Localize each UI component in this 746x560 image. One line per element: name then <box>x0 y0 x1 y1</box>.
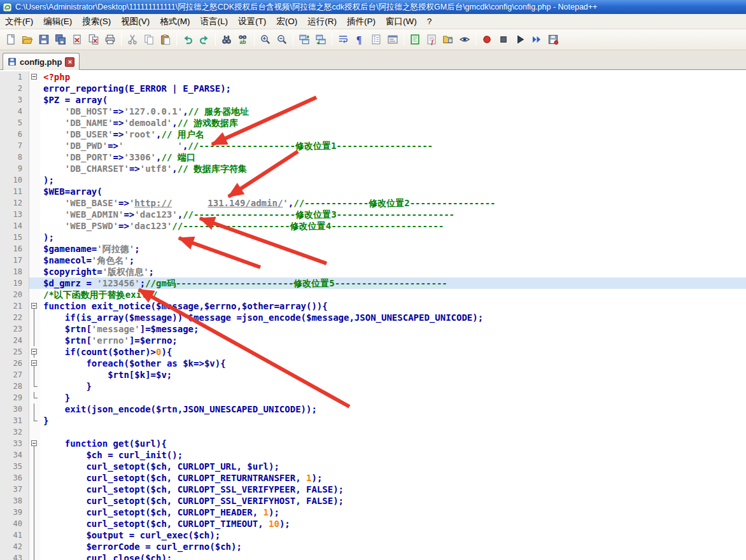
zoom-in-button[interactable] <box>258 32 273 47</box>
cut-button[interactable] <box>125 32 140 47</box>
menu-item-file[interactable]: 文件(F) <box>0 14 38 29</box>
menu-item-settings[interactable]: 设置(T) <box>233 14 271 29</box>
close-all-button[interactable] <box>86 32 101 47</box>
document-monitor-icon <box>459 34 470 45</box>
line-number: 43 <box>0 552 29 560</box>
folder-as-workspace-button[interactable] <box>440 32 456 47</box>
zoom-in-icon <box>260 34 271 45</box>
copy-button[interactable] <box>141 32 157 47</box>
code-line-41: 41 $output = curl_exec($ch); <box>0 529 746 541</box>
code-line-30: 30 exit(json_encode($rtn,JSON_UNESCAPED_… <box>0 403 746 415</box>
sync-vertical-scroll-button[interactable] <box>297 32 312 47</box>
show-all-characters-button[interactable]: ¶ <box>352 32 367 47</box>
function-list-button[interactable]: f <box>424 32 439 47</box>
word-wrap-button[interactable] <box>335 32 351 47</box>
show-indent-guide-button[interactable] <box>369 32 384 47</box>
line-number: 16 <box>0 243 29 255</box>
editor[interactable]: 1<?php2error_reporting(E_ERROR | E_PARSE… <box>0 70 746 560</box>
toolbar-separator <box>176 33 177 46</box>
code-text: error_reporting(E_ERROR | E_PARSE); <box>40 83 746 94</box>
macro-save-button[interactable] <box>545 32 561 47</box>
new-file-icon <box>5 34 17 45</box>
macro-stop-button[interactable] <box>496 32 511 47</box>
code-line-2: 2error_reporting(E_ERROR | E_PARSE); <box>0 83 746 94</box>
code-line-7: 7 'DB_PWD'=>'',//------------------修改位置1… <box>0 140 746 151</box>
code-text: $rtn[$k]=$v; <box>40 369 746 381</box>
code-text: curl_setopt($ch, CURLOPT_TIMEOUT, 10); <box>40 518 746 529</box>
open-file-button[interactable] <box>20 32 35 47</box>
menu-item-run[interactable]: 运行(R) <box>302 14 342 29</box>
menu-item-plugins[interactable]: 插件(P) <box>342 14 381 29</box>
fold-margin <box>29 552 40 560</box>
undo-button[interactable] <box>180 32 195 47</box>
line-number: 2 <box>0 83 29 94</box>
line-number: 10 <box>0 174 29 186</box>
code-text: $ch = curl_init(); <box>40 449 746 461</box>
document-map-button[interactable] <box>407 32 423 47</box>
line-number: 28 <box>0 381 29 392</box>
code-line-5: 5 'DB_NAME'=>'demoald',// 游戏数据库 <box>0 117 746 129</box>
fold-margin[interactable] <box>29 71 40 83</box>
line-number: 41 <box>0 529 29 541</box>
code-line-15: 15); <box>0 232 746 243</box>
macro-run-multiple-button[interactable] <box>529 32 544 47</box>
line-number: 30 <box>0 403 29 415</box>
code-line-40: 40 curl_setopt($ch, CURLOPT_TIMEOUT, 10)… <box>0 518 746 529</box>
user-defined-dialog-button[interactable] <box>385 32 400 47</box>
line-number: 4 <box>0 106 29 117</box>
replace-button[interactable]: ab <box>236 32 251 47</box>
fold-margin <box>29 140 40 151</box>
menu-item-macro[interactable]: 宏(O) <box>271 14 302 29</box>
macro-play-button[interactable] <box>512 32 528 47</box>
close-button[interactable] <box>69 32 85 47</box>
line-number: 23 <box>0 323 29 335</box>
find-icon <box>221 34 232 45</box>
line-number: 29 <box>0 392 29 403</box>
zoom-out-button[interactable] <box>274 32 290 47</box>
find-button[interactable] <box>219 32 234 47</box>
menu-item-window[interactable]: 窗口(W) <box>381 14 422 29</box>
sync-horizontal-scroll-button[interactable] <box>313 32 328 47</box>
fold-margin <box>29 518 40 529</box>
fold-margin[interactable] <box>29 346 40 358</box>
new-file-button[interactable] <box>3 32 18 47</box>
menu-item-search[interactable]: 搜索(S) <box>77 14 116 29</box>
redo-icon <box>199 34 210 45</box>
svg-text:¶: ¶ <box>356 34 362 45</box>
fold-margin[interactable] <box>29 358 40 369</box>
code-text: 'DB_CHARSET'=>'utf8',// 数据库字符集 <box>40 163 746 174</box>
toolbar: ab¶f <box>0 29 746 50</box>
redo-button[interactable] <box>197 32 212 47</box>
menu-item-encoding[interactable]: 格式(M) <box>155 14 195 29</box>
save-button[interactable] <box>36 32 52 47</box>
paste-button[interactable] <box>158 32 173 47</box>
document-monitor-button[interactable] <box>457 32 472 47</box>
menu-item-help[interactable]: ? <box>422 15 437 28</box>
save-all-button[interactable] <box>53 32 68 47</box>
tab-close-button[interactable]: × <box>65 57 74 67</box>
fold-margin <box>29 220 40 232</box>
code-text: $errorCode = curl_errno($ch); <box>40 541 746 552</box>
fold-margin <box>29 255 40 266</box>
code-line-10: 10); <box>0 174 746 186</box>
line-number: 7 <box>0 140 29 151</box>
print-icon <box>104 34 116 45</box>
code-text: } <box>40 392 746 403</box>
print-button[interactable] <box>102 32 118 47</box>
code-line-33: 33 function get($url){ <box>0 438 746 449</box>
code-line-35: 35 curl_setopt($ch, CURLOPT_URL, $url); <box>0 461 746 472</box>
tab-config-php[interactable]: config.php × <box>3 53 80 70</box>
menu-item-edit[interactable]: 编辑(E) <box>38 14 77 29</box>
macro-record-button[interactable] <box>479 32 495 47</box>
fold-margin[interactable] <box>29 438 40 449</box>
menu-item-view[interactable]: 视图(V) <box>116 14 155 29</box>
fold-margin <box>29 83 40 94</box>
toolbar-separator <box>332 33 332 46</box>
line-number: 22 <box>0 312 29 323</box>
line-number: 12 <box>0 197 29 209</box>
line-number: 39 <box>0 507 29 518</box>
code-text: curl_setopt($ch, CURLOPT_URL, $url); <box>40 461 746 472</box>
menu-item-language[interactable]: 语言(L) <box>195 14 234 29</box>
fold-margin[interactable] <box>29 300 40 312</box>
code-line-42: 42 $errorCode = curl_errno($ch); <box>0 541 746 552</box>
